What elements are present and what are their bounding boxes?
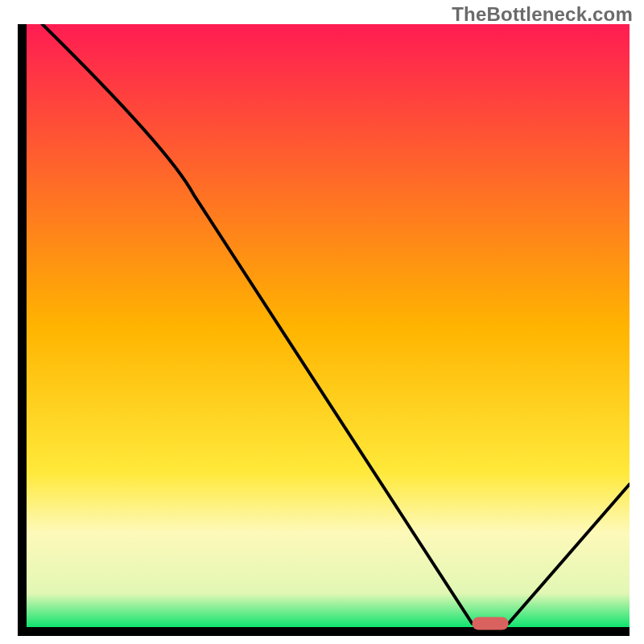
watermark-text: TheBottleneck.com <box>452 3 633 26</box>
bottleneck-chart <box>18 24 630 636</box>
optimal-range-marker <box>473 617 509 630</box>
chart-frame: TheBottleneck.com <box>0 0 644 644</box>
gradient-background <box>24 24 630 630</box>
